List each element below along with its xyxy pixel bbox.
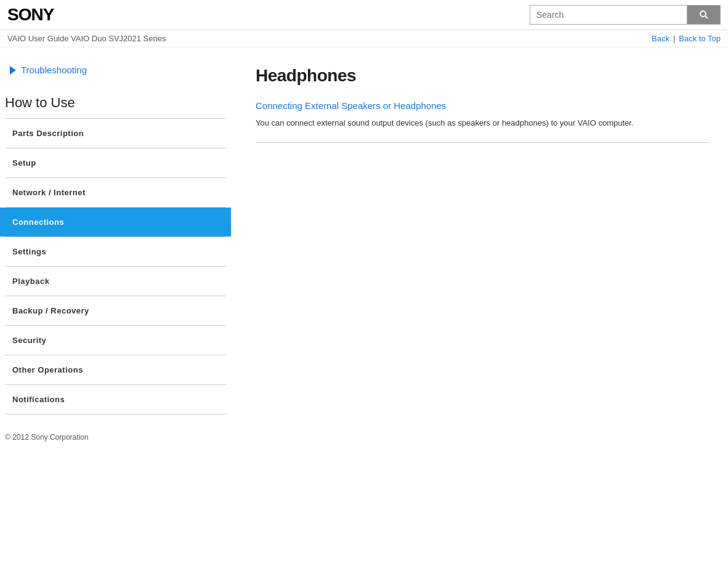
content-description: You can connect external sound output de… bbox=[256, 117, 710, 130]
sidebar-item-label: Playback bbox=[12, 277, 49, 286]
sidebar-item-playback[interactable]: Playback bbox=[0, 267, 231, 296]
sidebar: Troubleshooting How to Use Parts Descrip… bbox=[0, 47, 231, 552]
sidebar-item-label: Other Operations bbox=[12, 365, 83, 374]
breadcrumb: VAIO User Guide VAIO Duo SVJ2021 Series bbox=[7, 34, 166, 43]
header: SONY bbox=[0, 0, 728, 30]
troubleshooting-link[interactable]: Troubleshooting bbox=[0, 60, 231, 80]
sidebar-item-label: Settings bbox=[12, 247, 46, 256]
sony-logo: SONY bbox=[7, 5, 54, 25]
troubleshooting-arrow-icon bbox=[10, 66, 16, 75]
sidebar-section-title: How to Use bbox=[0, 90, 231, 118]
sidebar-item-label: Backup / Recovery bbox=[12, 306, 89, 315]
back-link[interactable]: Back bbox=[652, 34, 669, 43]
svg-line-1 bbox=[705, 16, 707, 18]
search-icon bbox=[698, 9, 710, 20]
sidebar-item-parts-description[interactable]: Parts Description bbox=[0, 119, 231, 148]
sidebar-item-connections[interactable]: Connections bbox=[0, 208, 231, 237]
sidebar-item-label: Security bbox=[12, 336, 46, 345]
connecting-speakers-link[interactable]: Connecting External Speakers or Headphon… bbox=[256, 100, 710, 111]
content-divider bbox=[256, 142, 710, 143]
sidebar-item-settings[interactable]: Settings bbox=[0, 237, 231, 266]
back-to-top-link[interactable]: Back to Top bbox=[679, 34, 721, 43]
sidebar-item-security[interactable]: Security bbox=[0, 326, 231, 355]
svg-point-0 bbox=[700, 11, 706, 17]
sidebar-item-label: Notifications bbox=[12, 395, 65, 404]
content-area: Headphones Connecting External Speakers … bbox=[231, 47, 728, 552]
sidebar-item-label: Setup bbox=[12, 158, 36, 168]
nav-separator: | bbox=[673, 34, 675, 43]
sidebar-item-setup[interactable]: Setup bbox=[0, 148, 231, 177]
sidebar-item-notifications[interactable]: Notifications bbox=[0, 385, 231, 414]
page-title: Headphones bbox=[256, 66, 710, 86]
search-area bbox=[530, 5, 721, 25]
sidebar-item-other-operations[interactable]: Other Operations bbox=[0, 355, 231, 384]
search-input[interactable] bbox=[530, 5, 687, 25]
sidebar-item-label: Network / Internet bbox=[12, 188, 86, 197]
sidebar-item-backup-recovery[interactable]: Backup / Recovery bbox=[0, 296, 231, 325]
main-container: Troubleshooting How to Use Parts Descrip… bbox=[0, 47, 728, 552]
sidebar-item-label: Parts Description bbox=[12, 129, 84, 138]
sidebar-footer: © 2012 Sony Corporation bbox=[0, 414, 231, 448]
sidebar-item-label: Connections bbox=[12, 217, 64, 227]
nav-bar: VAIO User Guide VAIO Duo SVJ2021 Series … bbox=[0, 30, 728, 47]
troubleshooting-label: Troubleshooting bbox=[21, 65, 87, 75]
nav-links: Back | Back to Top bbox=[652, 34, 721, 43]
search-button[interactable] bbox=[687, 5, 721, 25]
sidebar-item-network[interactable]: Network / Internet bbox=[0, 178, 231, 207]
